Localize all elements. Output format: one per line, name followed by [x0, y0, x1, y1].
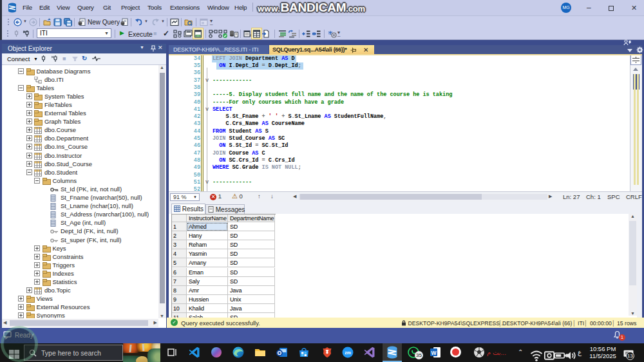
svg-text:zm: zm [345, 350, 351, 355]
svg-text:W: W [431, 350, 437, 356]
